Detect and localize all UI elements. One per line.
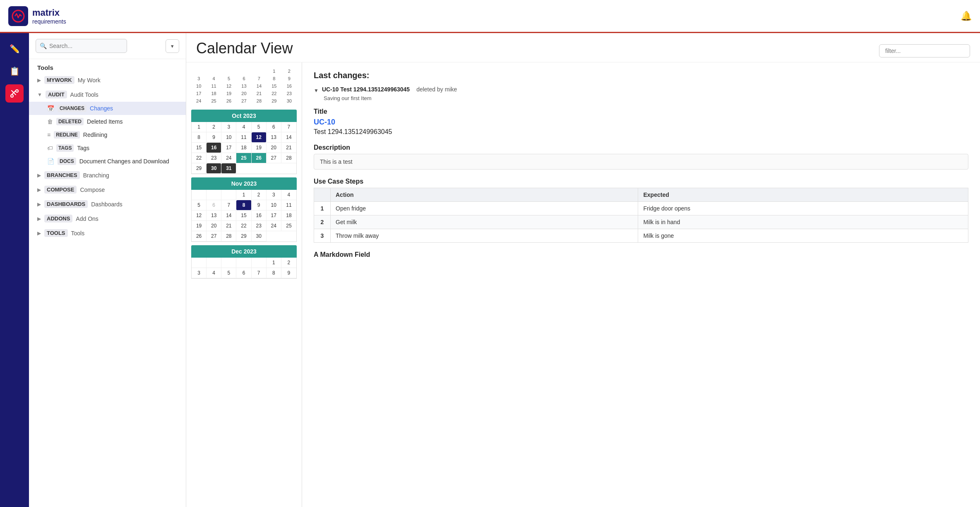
- cal-day[interactable]: 27: [267, 153, 281, 163]
- cal-day[interactable]: 23: [252, 221, 267, 231]
- cal-day[interactable]: 2: [207, 122, 221, 132]
- cal-day[interactable]: 22: [236, 221, 251, 231]
- cal-day[interactable]: 4: [236, 122, 251, 132]
- cal-day-today[interactable]: 12: [252, 132, 267, 143]
- cal-day[interactable]: 18: [281, 210, 296, 221]
- cal-day[interactable]: 9: [207, 132, 221, 143]
- cal-day[interactable]: 1: [236, 190, 251, 200]
- cal-day[interactable]: 2: [281, 258, 296, 268]
- cal-day[interactable]: 28: [281, 153, 296, 163]
- cal-day[interactable]: 14: [281, 132, 296, 143]
- cal-day[interactable]: 14: [221, 210, 236, 221]
- cal-day[interactable]: 8: [267, 268, 281, 278]
- cal-day[interactable]: 9: [252, 200, 267, 210]
- cal-day-today[interactable]: 8: [236, 200, 251, 210]
- cal-day-range[interactable]: 26: [252, 153, 267, 163]
- sidebar-icon-tools[interactable]: [5, 84, 24, 103]
- filter-input[interactable]: [879, 44, 970, 57]
- cal-day[interactable]: 29: [192, 163, 207, 174]
- cal-day[interactable]: 25: [281, 221, 296, 231]
- cal-day[interactable]: 3: [192, 268, 207, 278]
- cal-day[interactable]: 6: [267, 122, 281, 132]
- cal-day[interactable]: 1: [267, 258, 281, 268]
- sidebar-item-deleted[interactable]: 🗑 DELETED Deleted Items: [29, 115, 186, 128]
- cal-day[interactable]: 10: [221, 132, 236, 143]
- cal-day[interactable]: 16: [252, 210, 267, 221]
- sidebar-item-changes[interactable]: 📅 CHANGES Changes: [29, 102, 186, 115]
- cal-day[interactable]: 22: [192, 153, 207, 163]
- cal-day[interactable]: 27: [207, 231, 221, 242]
- search-input[interactable]: [36, 39, 127, 53]
- sidebar-item-branches[interactable]: ▶ BRANCHES Branching: [29, 168, 186, 182]
- uc-link[interactable]: UC-10: [314, 118, 968, 127]
- calendar-panel: 1 2 3 4 5 6 7 8 9 10 11 12 13 14: [186, 62, 302, 507]
- cal-day[interactable]: 5: [192, 200, 207, 210]
- cal-day[interactable]: 15: [236, 210, 251, 221]
- cal-day[interactable]: 5: [221, 268, 236, 278]
- cal-day[interactable]: 9: [281, 268, 296, 278]
- cal-day[interactable]: 24: [267, 221, 281, 231]
- cal-day[interactable]: 30: [252, 231, 267, 242]
- sidebar-item-compose[interactable]: ▶ COMPOSE Compose: [29, 182, 186, 197]
- cal-day[interactable]: 29: [236, 231, 251, 242]
- cal-day-range[interactable]: 25: [236, 153, 251, 163]
- cal-day-highlight[interactable]: 31: [221, 163, 236, 174]
- cal-day[interactable]: 17: [221, 143, 236, 153]
- sidebar-item-dashboards[interactable]: ▶ DASHBOARDS Dashboards: [29, 197, 186, 211]
- mini-cal-cell: 21: [252, 90, 267, 97]
- cal-empty: [207, 190, 221, 200]
- cal-day[interactable]: 11: [281, 200, 296, 210]
- cal-day[interactable]: 4: [207, 268, 221, 278]
- cal-day[interactable]: 19: [192, 221, 207, 231]
- cal-day[interactable]: 3: [221, 122, 236, 132]
- cal-day[interactable]: 6: [236, 268, 251, 278]
- page-title: Calendar View: [196, 40, 293, 62]
- detail-markdown-section: A Markdown Field: [314, 251, 968, 258]
- sidebar-item-addons[interactable]: ▶ ADDONS Add Ons: [29, 211, 186, 226]
- cal-day-muted[interactable]: 6: [207, 200, 221, 210]
- cal-day[interactable]: 1: [192, 122, 207, 132]
- cal-day[interactable]: 13: [267, 132, 281, 143]
- detail-title-section: Title UC-10 Test 1294.1351249963045: [314, 108, 968, 136]
- cal-day-highlight[interactable]: 30: [207, 163, 221, 174]
- sidebar-item-mywork[interactable]: ▶ MYWORK My Work: [29, 73, 186, 87]
- cal-day[interactable]: 8: [192, 132, 207, 143]
- cal-day[interactable]: 20: [207, 221, 221, 231]
- cal-day[interactable]: 19: [252, 143, 267, 153]
- cal-day[interactable]: 4: [281, 190, 296, 200]
- sidebar-icon-book[interactable]: 📋: [5, 62, 24, 80]
- cal-day[interactable]: 17: [267, 210, 281, 221]
- sidebar-item-redline[interactable]: ≡ REDLINE Redlining: [29, 128, 186, 141]
- cal-day[interactable]: 3: [267, 190, 281, 200]
- sidebar-item-audit[interactable]: ▼ AUDIT Audit Tools: [29, 87, 186, 102]
- cal-day[interactable]: 21: [221, 221, 236, 231]
- notification-bell-icon[interactable]: 🔔: [961, 11, 972, 22]
- cal-day[interactable]: 12: [192, 210, 207, 221]
- cal-day[interactable]: 20: [267, 143, 281, 153]
- cal-day[interactable]: 13: [207, 210, 221, 221]
- mini-cal-cell: 26: [221, 97, 236, 105]
- sidebar-item-tags[interactable]: 🏷 TAGS Tags: [29, 141, 186, 155]
- cal-day[interactable]: 26: [192, 231, 207, 242]
- cal-day[interactable]: 7: [281, 122, 296, 132]
- cal-day[interactable]: 24: [221, 153, 236, 163]
- cal-day[interactable]: 11: [236, 132, 251, 143]
- cal-day[interactable]: 7: [221, 200, 236, 210]
- step-expected: Fridge door opens: [638, 202, 968, 215]
- cal-day-highlight[interactable]: 16: [207, 143, 221, 153]
- cal-day[interactable]: 21: [281, 143, 296, 153]
- cal-day[interactable]: 23: [207, 153, 221, 163]
- mini-cal-cell: 22: [267, 90, 281, 97]
- search-dropdown-button[interactable]: ▾: [166, 39, 179, 53]
- cal-day[interactable]: 2: [252, 190, 267, 200]
- cal-day[interactable]: 7: [252, 268, 267, 278]
- cal-day[interactable]: 15: [192, 143, 207, 153]
- cal-day[interactable]: 10: [267, 200, 281, 210]
- cal-day[interactable]: 18: [236, 143, 251, 153]
- sidebar-item-tools2[interactable]: ▶ TOOLS Tools: [29, 226, 186, 240]
- step-num: 3: [314, 229, 331, 243]
- cal-day[interactable]: 28: [221, 231, 236, 242]
- sidebar-item-docs[interactable]: 📄 DOCS Document Changes and Download: [29, 155, 186, 168]
- cal-day[interactable]: 5: [252, 122, 267, 132]
- sidebar-icon-edit[interactable]: ✏️: [5, 40, 24, 58]
